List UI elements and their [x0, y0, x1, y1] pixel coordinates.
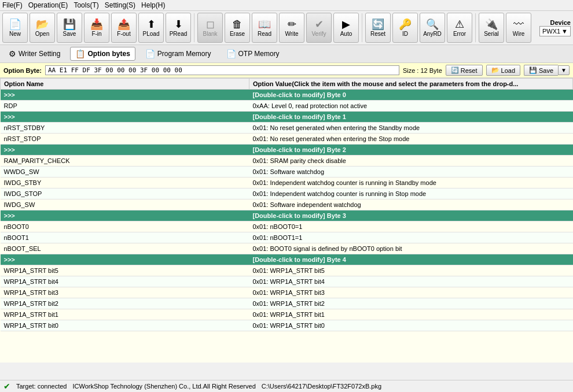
anyrd-button[interactable]: 🔍 AnyRD: [420, 13, 445, 43]
option-name-cell[interactable]: >>>: [1, 90, 249, 101]
option-value-cell: 0x01: WRP1A_STRT bit1: [249, 309, 573, 320]
header-row[interactable]: >>>[Double-click to modify] Byte 0: [1, 90, 573, 101]
col-option-name: Option Name: [1, 79, 249, 90]
error-button[interactable]: ⚠ Error: [447, 13, 472, 43]
option-name-cell[interactable]: >>>: [1, 254, 249, 265]
separator-2: [362, 13, 362, 42]
new-button[interactable]: 📄 New: [2, 13, 28, 43]
reset-icon: 🔄: [372, 19, 384, 29]
id-button[interactable]: 🔑 ID: [392, 13, 418, 43]
read-button[interactable]: 📖 Read: [252, 13, 277, 43]
tab-otp-memory[interactable]: 📄 OTP Memory: [221, 47, 285, 61]
menu-help[interactable]: Help(H): [141, 1, 165, 9]
option-name-cell: IWDG_STOP: [1, 188, 249, 199]
save-icon: 💾: [529, 66, 537, 74]
ob-save-button[interactable]: 💾 Save: [524, 65, 558, 76]
table-row: nBOOT_SEL0x01: BOOT0 signal is defined b…: [1, 243, 573, 254]
tab-program-memory[interactable]: 📄 Program Memory: [140, 47, 216, 61]
menu-tools[interactable]: Tools(T): [74, 1, 98, 9]
status-icon: ✔: [3, 382, 10, 391]
auto-button[interactable]: ▶ Auto: [333, 13, 359, 43]
option-value-cell[interactable]: [Double-click to modify] Byte 0: [249, 90, 573, 101]
serial-button[interactable]: 🔌 Serial: [479, 13, 504, 43]
pload-button[interactable]: ⬆ PLoad: [138, 13, 164, 43]
tab-option-bytes[interactable]: 📋 Option bytes: [70, 47, 135, 61]
optionbyte-label: Option Byte:: [3, 67, 42, 74]
reset-button[interactable]: 🔄 Reset: [365, 13, 391, 43]
table-container[interactable]: Option Name Option Value(Click the item …: [0, 78, 573, 363]
save-label: Save: [63, 31, 76, 37]
otp-memory-icon: 📄: [226, 49, 236, 58]
save-icon: 💾: [63, 19, 76, 29]
write-button[interactable]: ✏ Write: [279, 13, 304, 43]
option-name-cell: RAM_PARITY_CHECK: [1, 156, 249, 167]
erase-label: Erase: [230, 31, 245, 37]
reset-label: Reset: [370, 31, 385, 37]
id-label: ID: [402, 31, 408, 37]
table-row: nRST_STOP0x01: No reset generated when e…: [1, 134, 573, 145]
fout-button[interactable]: 📤 F-out: [111, 13, 137, 43]
wire-button[interactable]: 〰 Wire: [506, 13, 531, 43]
option-name-cell: WWDG_SW: [1, 167, 249, 177]
option-value-cell[interactable]: [Double-click to modify] Byte 2: [249, 145, 573, 156]
option-name-cell: WRP1A_STRT bit0: [1, 320, 249, 331]
ob-save-arrow[interactable]: ▼: [558, 65, 570, 75]
tab-writer-setting[interactable]: ⚙ Writer Setting: [3, 47, 65, 61]
header-row[interactable]: >>>[Double-click to modify] Byte 1: [1, 112, 573, 123]
tab-writer-setting-label: Writer Setting: [19, 50, 60, 58]
tab-program-memory-label: Program Memory: [157, 50, 211, 58]
error-label: Error: [453, 31, 466, 37]
option-value-cell[interactable]: [Double-click to modify] Byte 4: [249, 254, 573, 265]
fin-label: F-in: [91, 31, 101, 37]
table-row: WWDG_SW0x01: Software watchdog: [1, 167, 573, 177]
menu-setting[interactable]: Setting(S): [105, 1, 135, 9]
save-button[interactable]: 💾 Save: [57, 13, 82, 43]
header-row[interactable]: >>>[Double-click to modify] Byte 4: [1, 254, 573, 265]
open-button[interactable]: 📂 Open: [30, 13, 55, 43]
fin-button[interactable]: 📥 F-in: [84, 13, 109, 43]
ob-reset-button[interactable]: 🔄 Reset: [446, 65, 483, 76]
table-row: IWDG_STOP0x01: Independent watchdog coun…: [1, 188, 573, 199]
option-name-cell[interactable]: >>>: [1, 145, 249, 156]
menu-file[interactable]: File(F): [2, 1, 23, 9]
option-value-cell: 0x01: Software independent watchdog: [249, 199, 573, 210]
option-name-cell[interactable]: >>>: [1, 112, 249, 123]
option-value-cell[interactable]: [Double-click to modify] Byte 1: [249, 112, 573, 123]
option-name-cell: WRP1A_STRT bit4: [1, 276, 249, 287]
verify-label: Verify: [311, 31, 326, 37]
read-icon: 📖: [258, 19, 271, 29]
device-selector[interactable]: PWX1 ▼: [539, 26, 571, 36]
header-row[interactable]: >>>[Double-click to modify] Byte 2: [1, 145, 573, 156]
tab-option-bytes-label: Option bytes: [87, 50, 130, 58]
option-value-cell: 0xAA: Level 0, read protection not activ…: [249, 101, 573, 112]
id-icon: 🔑: [399, 19, 412, 29]
serial-icon: 🔌: [485, 19, 498, 29]
option-name-cell: WRP1A_STRT bit5: [1, 265, 249, 276]
option-name-cell: WRP1A_STRT bit2: [1, 298, 249, 309]
menu-operation[interactable]: Operation(E): [28, 1, 68, 9]
table-row: WRP1A_STRT bit50x01: WRP1A_STRT bit5: [1, 265, 573, 276]
blank-icon: ◻: [206, 19, 215, 29]
pload-label: PLoad: [143, 31, 160, 37]
ob-load-button[interactable]: 📂 Load: [486, 65, 520, 76]
optionbyte-value[interactable]: [45, 65, 399, 75]
anyrd-label: AnyRD: [423, 31, 442, 37]
new-icon: 📄: [9, 19, 21, 29]
option-value-cell[interactable]: [Double-click to modify] Byte 3: [249, 210, 573, 221]
table-body: >>>[Double-click to modify] Byte 0RDP0xA…: [1, 90, 573, 331]
header-row[interactable]: >>>[Double-click to modify] Byte 3: [1, 210, 573, 221]
blank-button[interactable]: ◻ Blank: [197, 13, 223, 43]
option-bytes-icon: 📋: [75, 49, 85, 58]
option-value-cell: 0x01: WRP1A_STRT bit0: [249, 320, 573, 331]
pread-button[interactable]: ⬇ PRead: [166, 13, 191, 43]
option-name-cell: IWDG_SW: [1, 199, 249, 210]
main-area: Option Name Option Value(Click the item …: [0, 78, 573, 363]
option-table: Option Name Option Value(Click the item …: [0, 78, 573, 331]
read-label: Read: [258, 31, 271, 37]
table-row: WRP1A_STRT bit20x01: WRP1A_STRT bit2: [1, 298, 573, 309]
device-label: Device: [550, 19, 571, 26]
option-name-cell[interactable]: >>>: [1, 210, 249, 221]
auto-icon: ▶: [342, 19, 350, 29]
verify-button[interactable]: ✔ Verify: [306, 13, 332, 43]
erase-button[interactable]: 🗑 Erase: [225, 13, 250, 43]
